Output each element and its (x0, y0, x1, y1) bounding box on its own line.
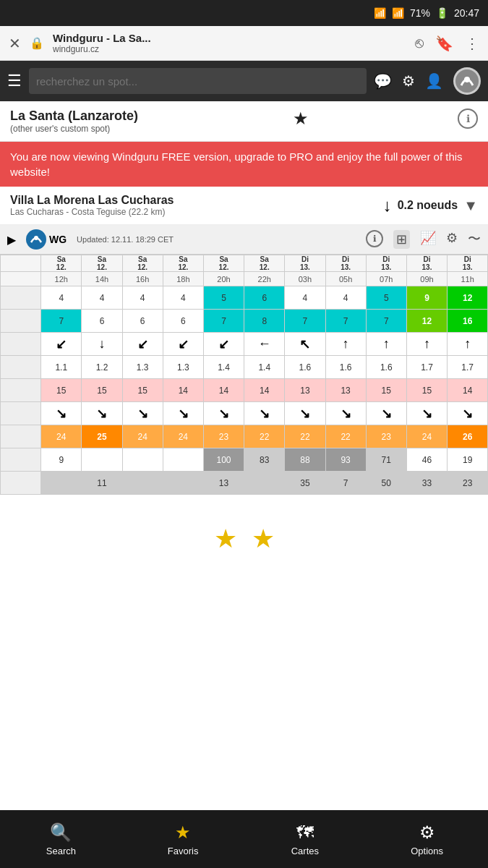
table-row: 12 (448, 286, 488, 310)
table-row: 6 (163, 310, 203, 333)
lock-icon: 🔒 (30, 36, 44, 50)
table-row: 4 (285, 286, 325, 310)
bookmark-icon[interactable]: 🔖 (435, 35, 453, 52)
table-row: 35 (285, 472, 325, 495)
toolbar-icons: ℹ ⊞ 📈 ⚙ 〜 (366, 230, 481, 249)
time-cell: 20h (203, 272, 244, 286)
table-row: 6 (244, 286, 285, 310)
info-icon[interactable]: ℹ (458, 109, 478, 129)
location-name: Villa La Morena Las Cucharas (10, 194, 174, 207)
rating-star-1[interactable]: ★ (214, 524, 237, 554)
chart-icon[interactable]: 📈 (420, 230, 436, 249)
table-row: 1.2 (82, 356, 122, 379)
table-row (244, 472, 285, 495)
table-row: ↘ (366, 402, 406, 425)
model-logo: WG (26, 229, 67, 250)
search-input[interactable] (29, 68, 367, 94)
stars-area: ★ ★ (0, 495, 488, 569)
date-cell: Di13. (366, 255, 406, 272)
table-row: 7 (41, 310, 82, 333)
date-cell: Sa12. (41, 255, 82, 272)
table-row: ↘ (163, 402, 203, 425)
arrow-icon: ▶ (7, 233, 16, 247)
table-row: ↘ (448, 402, 488, 425)
share-icon[interactable]: ⎋ (415, 35, 424, 52)
table-row: 1.6 (366, 356, 406, 379)
favorite-star-icon[interactable]: ★ (293, 109, 309, 129)
settings-icon[interactable]: ⚙ (402, 72, 415, 90)
table-row: 15 (41, 379, 82, 402)
table-row: ↑ (406, 333, 447, 356)
time-cell: 09h (406, 272, 447, 286)
date-cell: Sa12. (82, 255, 122, 272)
wind-dropdown-icon[interactable]: ▼ (463, 197, 478, 214)
table-row: 24 (122, 425, 163, 448)
table-row: 50 (366, 472, 406, 495)
table-row: 6 (82, 310, 122, 333)
model-label: WG (49, 234, 67, 245)
table-row: ↙ (163, 333, 203, 356)
table-row: 33 (406, 472, 447, 495)
table-row (122, 448, 163, 472)
table-row: 1.3 (122, 356, 163, 379)
forecast-toolbar: ▶ WG Updated: 12.11. 18:29 CET ℹ ⊞ 📈 ⚙ 〜 (0, 225, 488, 255)
url-area[interactable]: Windguru - La Sa... windguru.cz (53, 32, 406, 54)
table-row: 100 (203, 448, 244, 472)
location-sub: Las Cucharas - Costa Teguise (22.2 km) (10, 207, 174, 217)
table-row: ↘ (325, 402, 366, 425)
wave-icon[interactable]: 〜 (468, 230, 481, 249)
menu-icon[interactable]: ⋮ (465, 35, 479, 52)
table-row: 24 (406, 425, 447, 448)
location-bar: Villa La Morena Las Cucharas Las Cuchara… (0, 187, 488, 225)
rating-star-2[interactable]: ★ (252, 524, 275, 554)
battery-icon: 🔋 (436, 7, 448, 19)
table-row: 15 (366, 379, 406, 402)
app-logo (453, 67, 481, 95)
grid-icon[interactable]: ⊞ (393, 230, 410, 249)
table-row: 15 (82, 379, 122, 402)
user-icon[interactable]: 👤 (425, 72, 443, 90)
forecast-table: Sa12.Sa12.Sa12.Sa12.Sa12.Sa12.Di13.Di13.… (0, 255, 488, 495)
table-row: 7 (325, 472, 366, 495)
forecast-table-wrap: Sa12.Sa12.Sa12.Sa12.Sa12.Sa12.Di13.Di13.… (0, 255, 488, 495)
table-row: 23 (448, 472, 488, 495)
hamburger-menu[interactable]: ☰ (7, 72, 22, 90)
browser-actions: ⎋ 🔖 ⋮ (415, 35, 479, 52)
table-row: 23 (366, 425, 406, 448)
status-bar: 📶 📶 71% 🔋 20:47 (0, 0, 488, 26)
signal-icon: 📶 (392, 7, 404, 19)
table-row: ↑ (448, 333, 488, 356)
table-row: ↑ (325, 333, 366, 356)
table-row: 4 (41, 286, 82, 310)
time-cell: 03h (285, 272, 325, 286)
time-cell: 16h (122, 272, 163, 286)
info-tb-icon[interactable]: ℹ (366, 230, 383, 247)
table-row: 13 (325, 379, 366, 402)
table-row: 13 (203, 472, 244, 495)
table-row: ↘ (41, 402, 82, 425)
page-domain: windguru.cz (53, 44, 406, 54)
location-info: Villa La Morena Las Cucharas Las Cuchara… (10, 194, 174, 217)
gear-settings-icon[interactable]: ⚙ (446, 230, 458, 249)
wg-circle (26, 229, 46, 250)
table-row: ↘ (244, 402, 285, 425)
close-tab-button[interactable]: ✕ (9, 35, 21, 52)
table-row: 1.6 (325, 356, 366, 379)
table-row: 13 (285, 379, 325, 402)
table-row: 11 (82, 472, 122, 495)
app-navbar: ☰ 💬 ⚙ 👤 (0, 61, 488, 101)
date-cell: Sa12. (203, 255, 244, 272)
table-row: 14 (244, 379, 285, 402)
table-row: 22 (285, 425, 325, 448)
table-row: 24 (163, 425, 203, 448)
table-row: 4 (122, 286, 163, 310)
chat-icon[interactable]: 💬 (374, 72, 392, 90)
table-row: ↘ (82, 402, 122, 425)
table-row (41, 472, 82, 495)
table-row: 93 (325, 448, 366, 472)
date-cell: Di13. (406, 255, 447, 272)
time-cell: 07h (366, 272, 406, 286)
table-row: 14 (448, 379, 488, 402)
table-row: 1.1 (41, 356, 82, 379)
table-row: 16 (448, 310, 488, 333)
